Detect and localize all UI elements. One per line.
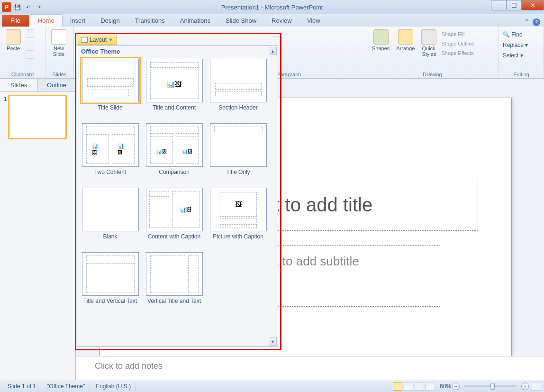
select-button[interactable]: Select ▾ bbox=[503, 52, 528, 59]
layout-label: Picture with Caption bbox=[213, 233, 263, 247]
qat-save-icon[interactable]: 💾 bbox=[13, 3, 22, 11]
fit-to-window-button[interactable] bbox=[532, 382, 541, 391]
ribbon-minimize-icon[interactable]: ⌃ bbox=[524, 18, 530, 27]
layout-option-title-only[interactable]: Title Only bbox=[209, 123, 267, 183]
layout-thumb bbox=[210, 59, 267, 102]
scroll-up-icon[interactable]: ▲ bbox=[269, 47, 277, 55]
layout-option-title-and-content[interactable]: 📊🖼Title and Content bbox=[145, 59, 203, 119]
zoom-out-button[interactable]: − bbox=[452, 383, 460, 390]
cut-button[interactable] bbox=[26, 29, 34, 38]
layout-thumb: 🖼 bbox=[210, 188, 267, 231]
notes-pane[interactable]: Click to add notes bbox=[76, 356, 544, 380]
paste-icon bbox=[6, 29, 21, 45]
tab-transitions[interactable]: Transitions bbox=[127, 15, 172, 27]
chevron-down-icon: ▼ bbox=[109, 37, 113, 42]
copy-button[interactable] bbox=[26, 40, 34, 48]
group-clipboard-label: Clipboard bbox=[4, 71, 41, 77]
minimize-button[interactable]: — bbox=[491, 0, 507, 10]
layout-option-title-slide[interactable]: Title Slide bbox=[81, 59, 139, 119]
shapes-button[interactable]: Shapes bbox=[370, 28, 391, 52]
layout-option-two-content[interactable]: 📊🖼📊🖼Two Content bbox=[81, 123, 139, 183]
layout-thumb bbox=[210, 123, 267, 167]
layout-thumb bbox=[82, 252, 139, 296]
layout-option-comparison[interactable]: 📊🖼📊🖼Comparison bbox=[145, 123, 203, 183]
layout-button[interactable]: Layout ▼ bbox=[77, 35, 117, 45]
quick-styles-button[interactable]: Quick Styles bbox=[419, 28, 438, 58]
tab-design[interactable]: Design bbox=[93, 15, 127, 27]
shape-fill-button[interactable]: Shape Fill bbox=[441, 31, 474, 37]
tab-review[interactable]: Review bbox=[264, 15, 299, 27]
find-button[interactable]: 🔍 Find bbox=[503, 31, 528, 38]
ribbon-tabs: File Home Insert Design Transitions Anim… bbox=[0, 14, 544, 27]
arrange-icon bbox=[398, 29, 413, 45]
normal-view-button[interactable] bbox=[393, 382, 402, 391]
status-language[interactable]: English (U.S.) bbox=[91, 382, 136, 391]
layout-label: Blank bbox=[103, 233, 117, 247]
layout-label: Section Header bbox=[218, 104, 258, 119]
slide-number: 1 bbox=[4, 96, 7, 138]
layout-label: Title and Content bbox=[153, 104, 196, 119]
close-button[interactable]: ✕ bbox=[521, 0, 544, 10]
layout-option-vertical-title-and-text[interactable]: Vertical Title and Text bbox=[145, 252, 203, 312]
layout-icon bbox=[81, 37, 88, 43]
layout-label: Two Content bbox=[94, 169, 126, 183]
group-drawing-label: Drawing bbox=[370, 71, 495, 77]
status-theme: "Office Theme" bbox=[42, 382, 90, 391]
group-editing-label: Editing bbox=[503, 71, 540, 77]
qat-undo-icon[interactable]: ↶ bbox=[24, 3, 32, 11]
shape-effects-button[interactable]: Shape Effects bbox=[441, 50, 474, 56]
outline-tab[interactable]: Outline bbox=[38, 79, 75, 91]
zoom-slider[interactable] bbox=[464, 385, 517, 387]
slide-thumbnail[interactable] bbox=[9, 96, 66, 138]
reading-view-button[interactable] bbox=[415, 382, 424, 391]
tab-animations[interactable]: Animations bbox=[172, 15, 218, 27]
replace-button[interactable]: Replace ▾ bbox=[503, 42, 528, 48]
scroll-down-icon[interactable]: ▼ bbox=[269, 337, 277, 346]
layout-option-picture-with-caption[interactable]: 🖼Picture with Caption bbox=[209, 188, 267, 247]
tab-view[interactable]: View bbox=[299, 15, 328, 27]
paste-label: Paste bbox=[7, 46, 20, 51]
layout-label: Layout bbox=[90, 36, 107, 43]
window-title: Presentation1 - Microsoft PowerPoint bbox=[221, 4, 323, 11]
new-slide-button[interactable]: New Slide bbox=[49, 28, 68, 58]
layout-label: Vertical Title and Text bbox=[147, 298, 201, 312]
sorter-view-button[interactable] bbox=[404, 382, 413, 391]
layout-option-blank[interactable]: Blank bbox=[81, 188, 139, 247]
new-slide-label: New Slide bbox=[53, 46, 64, 57]
layout-label: Title Slide bbox=[98, 104, 122, 119]
layout-thumb: 📊🖼 bbox=[146, 188, 203, 231]
zoom-percent[interactable]: 60% bbox=[440, 383, 451, 390]
quick-styles-icon bbox=[421, 29, 436, 45]
layout-dropdown: Office Theme Title Slide📊🖼Title and Cont… bbox=[77, 46, 278, 347]
tab-insert[interactable]: Insert bbox=[63, 15, 93, 27]
shape-outline-button[interactable]: Shape Outline bbox=[441, 41, 474, 46]
help-icon[interactable]: ? bbox=[533, 18, 540, 26]
format-painter-button[interactable] bbox=[26, 50, 34, 59]
layout-thumb bbox=[82, 59, 139, 102]
layout-label: Title and Vertical Text bbox=[83, 298, 137, 312]
qat-redo-icon[interactable]: ↷ bbox=[34, 3, 43, 11]
tab-slideshow[interactable]: Slide Show bbox=[218, 15, 264, 27]
layout-thumb: 📊🖼📊🖼 bbox=[146, 123, 203, 167]
arrange-button[interactable]: Arrange bbox=[394, 28, 417, 52]
layout-label: Comparison bbox=[159, 169, 190, 183]
paste-button[interactable]: Paste bbox=[4, 28, 23, 52]
layout-thumb bbox=[146, 252, 203, 296]
shapes-icon bbox=[373, 29, 389, 45]
slideshow-view-button[interactable] bbox=[426, 382, 435, 391]
maximize-button[interactable]: ☐ bbox=[506, 0, 522, 10]
tab-file[interactable]: File bbox=[2, 15, 29, 27]
layout-panel-header: Office Theme bbox=[77, 46, 278, 57]
statusbar: Slide 1 of 1 "Office Theme" English (U.S… bbox=[0, 380, 544, 392]
layout-thumb bbox=[82, 188, 139, 231]
new-slide-icon bbox=[51, 29, 66, 45]
slides-pane: Slides Outline 1 bbox=[0, 79, 76, 380]
layout-option-title-and-vertical-text[interactable]: Title and Vertical Text bbox=[81, 252, 139, 312]
titlebar: P 💾 ↶ ↷ Presentation1 - Microsoft PowerP… bbox=[0, 0, 544, 14]
layout-option-content-with-caption[interactable]: 📊🖼Content with Caption bbox=[145, 188, 203, 247]
slides-tab[interactable]: Slides bbox=[0, 79, 38, 91]
layout-option-section-header[interactable]: Section Header bbox=[209, 59, 267, 119]
tab-home[interactable]: Home bbox=[30, 14, 63, 27]
zoom-in-button[interactable]: + bbox=[521, 383, 529, 390]
layout-label: Title Only bbox=[226, 169, 250, 183]
